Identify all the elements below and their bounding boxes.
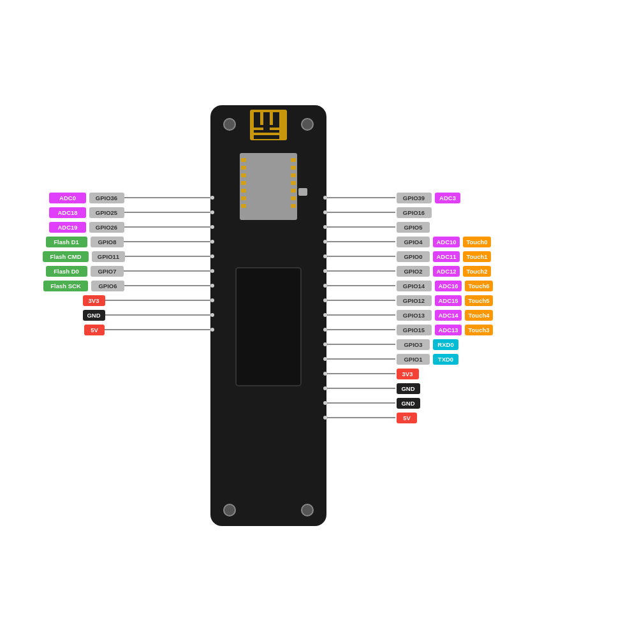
badge-gpio5-label: GPIO5 (404, 224, 423, 231)
badge-gpio14-label: GPIO14 (403, 282, 425, 289)
board-label-16: 16 (335, 205, 341, 212)
board-pin-cmd (210, 254, 214, 258)
board-label-vin: Vin (333, 411, 342, 417)
badge-gpio12-label: GPIO12 (403, 297, 425, 304)
board-pin-svp (210, 196, 214, 200)
badge-adc12-label: ADC12 (436, 268, 456, 275)
board-pin-14 (323, 284, 327, 288)
board-label-4: 4 (336, 235, 339, 241)
board-pin-gndr1 (323, 386, 327, 390)
badge-gpio25-label: GPIO25 (96, 209, 118, 216)
board-label-tx: TX (334, 352, 342, 358)
badge-touch4-label: Touch4 (468, 312, 490, 319)
badge-5v-right-label: 5V (403, 414, 411, 421)
badge-adc13-label: ADC13 (438, 326, 458, 333)
board-label-2: 2 (336, 264, 339, 270)
badge-3v3-left-label: 3V3 (89, 297, 99, 304)
badge-touch1-label: Touch1 (466, 253, 488, 260)
board-pin-svn (323, 196, 327, 200)
board-pin-26 (210, 225, 214, 229)
module-pin-l3 (241, 173, 246, 177)
module-pin-r2 (291, 166, 296, 170)
board-pin-3v3r (323, 372, 327, 376)
badge-flash-d1-label: Flash D1 (54, 238, 79, 245)
board-pin-15 (323, 328, 327, 332)
badge-adc18-label: ADC18 (57, 209, 77, 216)
wifi-module (240, 153, 297, 220)
board-pin-12 (323, 298, 327, 302)
board-label-3v3r: 3V3 (333, 367, 344, 373)
badge-3v3r-label: 3V3 (402, 370, 413, 377)
badge-gpio3-label: GPIO3 (404, 341, 422, 348)
module-pin-l2 (241, 166, 246, 170)
board-label-12: 12 (334, 293, 340, 300)
board-label-5r: 5 (336, 220, 339, 226)
module-pin-r3 (291, 173, 296, 177)
badge-gpio16-label: GPIO16 (403, 209, 425, 216)
board-pin-0 (323, 254, 327, 258)
antenna-symbol (250, 110, 287, 140)
badge-adc15-label: ADC15 (438, 297, 458, 304)
badge-gnd-r1-label: GND (401, 385, 414, 392)
board-label-3v3-left: 3V3 (196, 293, 207, 300)
badge-touch3-label: Touch3 (468, 326, 489, 333)
module-pin-l7 (241, 204, 246, 208)
board-label-0: 0 (336, 249, 339, 256)
board-label-gnd-r2: GND (332, 396, 346, 402)
badge-gpio8-label: GPIO8 (98, 238, 116, 245)
board-pin-gndl (210, 313, 214, 317)
badge-touch6-label: Touch6 (468, 282, 489, 289)
badge-gpio4-label: GPIO4 (404, 238, 423, 245)
board-label-gnd-r1: GND (332, 381, 346, 388)
badge-gpio6-label: GPIO6 (98, 282, 117, 289)
board-label-14: 14 (334, 279, 340, 285)
board-label-sd1: SD1 (197, 235, 209, 241)
board-pin-tx (323, 357, 327, 361)
module-pin-r1 (291, 158, 296, 162)
oled-display (236, 268, 301, 386)
hole-tr (302, 119, 313, 130)
board-pin-4 (323, 240, 327, 244)
board-label-26: 26 (203, 220, 209, 226)
badge-touch2-label: Touch2 (466, 268, 487, 275)
module-pin-l5 (241, 189, 246, 193)
badge-touch0-label: Touch0 (466, 238, 487, 245)
badge-flash-d0-label: Flash D0 (54, 268, 79, 275)
board-label-sd0: SD0 (197, 264, 209, 270)
badge-gpio2-label: GPIO2 (404, 268, 422, 275)
board-pin-clk (210, 284, 214, 288)
module-pin-r6 (291, 196, 296, 200)
badge-gpio11-label: GPIO11 (98, 253, 120, 260)
badge-adc0-label: ADC0 (59, 194, 76, 201)
reset-button[interactable] (298, 188, 307, 196)
badge-adc19-label: ADC19 (57, 224, 77, 231)
badge-5v-left-label: 5V (91, 326, 98, 333)
board-pin-25 (210, 210, 214, 214)
svg-rect-4 (254, 125, 279, 128)
wiring-svg: ADC0 GPIO36 SVP ADC18 GPIO25 25 ADC19 GP… (0, 0, 644, 644)
badge-adc16-label: ADC16 (438, 282, 458, 289)
module-pin-l4 (241, 181, 246, 185)
module-pin-l6 (241, 196, 246, 200)
badge-gpio0-label: GPIO0 (404, 253, 422, 260)
badge-flash-sck-label: Flash SCK (50, 282, 81, 289)
module-pin-l1 (241, 158, 246, 162)
board-label-5v-left: 5V (201, 323, 208, 329)
board-label-rx: RX (333, 337, 342, 344)
svg-rect-3 (273, 112, 279, 125)
svg-rect-6 (254, 135, 279, 139)
board-pin-3v3l (210, 298, 214, 302)
board-pin-5 (323, 225, 327, 229)
svg-rect-1 (254, 112, 260, 125)
badge-gpio15-label: GPIO15 (403, 326, 425, 333)
board-pin-rx (323, 342, 327, 346)
badge-flash-cmd-label: Flash CMD (50, 253, 81, 260)
badge-gpio13-label: GPIO13 (403, 312, 425, 319)
board-pin-vin (323, 416, 327, 420)
hole-tl (224, 119, 235, 130)
module-pin-r7 (291, 204, 296, 208)
board-label-clk: CLK (198, 279, 210, 285)
badge-adc11-label: ADC11 (436, 253, 457, 260)
badge-rxd0-label: RXD0 (437, 341, 453, 348)
module-pin-r5 (291, 189, 296, 193)
